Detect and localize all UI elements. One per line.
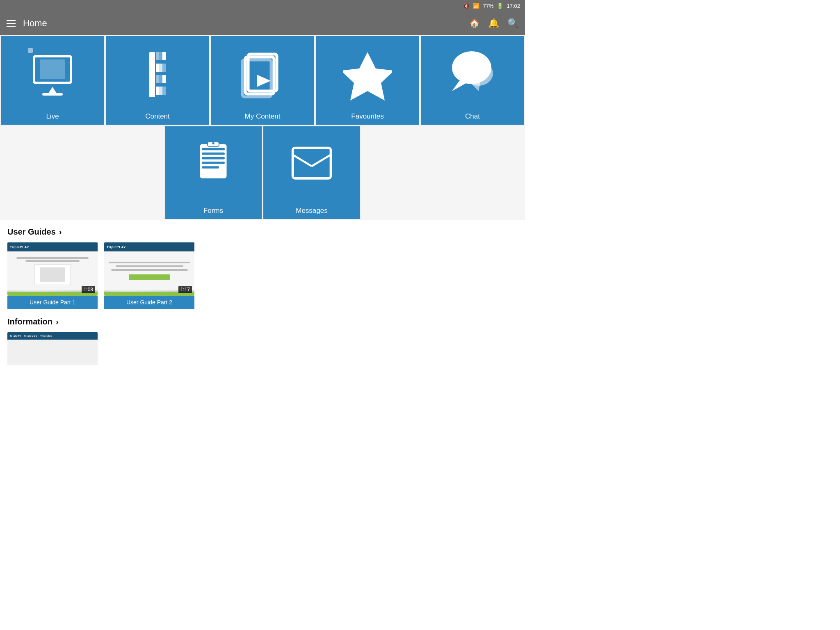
svg-line-37	[312, 155, 331, 166]
svg-rect-11	[159, 64, 162, 72]
svg-rect-13	[159, 87, 162, 95]
svg-rect-3	[42, 93, 63, 96]
thumb-title-ug2: User Guide Part 2	[104, 296, 194, 309]
svg-marker-2	[48, 87, 57, 93]
mute-icon: 🔇	[463, 3, 470, 9]
tile-forms-label: Forms	[203, 207, 223, 215]
tiles-row-2: Forms Messages	[0, 126, 525, 220]
information-heading[interactable]: Information ›	[7, 317, 518, 326]
thumb-card-info1[interactable]: TripleTV TripleVOD TripleSip	[7, 332, 98, 365]
user-guides-title: User Guides	[7, 227, 56, 237]
svg-rect-6	[156, 52, 159, 60]
tile-live-label: Live	[46, 112, 59, 121]
tripleplay-logo-2: TriplePLAY	[107, 245, 126, 249]
thumb-img-ug2: TriplePLAY 1:17	[104, 242, 194, 296]
info-thumb-img: TripleTV TripleVOD TripleSip	[7, 332, 98, 365]
tile-chat-label: Chat	[465, 112, 480, 121]
content-icon	[106, 36, 209, 113]
thumb-card-ug1[interactable]: TriplePLAY 1:08 User Guide Part 1	[7, 242, 98, 309]
svg-rect-29	[202, 153, 225, 155]
chat-icon	[421, 36, 524, 113]
svg-rect-32	[202, 166, 219, 169]
live-icon	[1, 36, 104, 113]
svg-rect-12	[159, 75, 162, 83]
thumb-title-ug1: User Guide Part 1	[7, 296, 98, 309]
tile-my-content-label: My Content	[245, 112, 281, 121]
messages-icon	[263, 126, 360, 208]
svg-rect-28	[202, 148, 225, 151]
nav-icons: 🏠 🔔 🔍	[469, 18, 518, 29]
svg-rect-5	[149, 52, 155, 97]
svg-rect-4	[28, 48, 33, 53]
svg-point-34	[212, 142, 215, 145]
page-title: Home	[23, 18, 469, 29]
top-nav: Home 🏠 🔔 🔍	[0, 11, 525, 35]
battery-icon: 🔋	[497, 3, 503, 9]
tripleplay-logo-1: TriplePLAY	[10, 245, 29, 249]
tile-my-content[interactable]: My Content	[210, 35, 315, 126]
tile-content[interactable]: Content	[105, 35, 210, 126]
svg-rect-31	[202, 162, 225, 164]
svg-marker-21	[257, 75, 271, 87]
svg-rect-7	[156, 64, 159, 72]
battery-level: 77%	[483, 3, 493, 9]
svg-rect-17	[162, 87, 166, 95]
user-guides-list: TriplePLAY 1:08 User Guide Part 1	[7, 242, 518, 309]
svg-marker-24	[452, 81, 470, 91]
tile-favourites[interactable]: Favourites	[315, 35, 420, 126]
wifi-icon: 📶	[473, 3, 479, 9]
information-title: Information	[7, 317, 52, 326]
information-chevron: ›	[56, 317, 59, 326]
svg-rect-9	[156, 87, 159, 95]
thumb-img-ug1: TriplePLAY 1:08	[7, 242, 98, 296]
user-guides-section: User Guides › TriplePLAY	[0, 220, 525, 365]
svg-rect-8	[156, 75, 159, 83]
home-icon[interactable]: 🏠	[469, 18, 480, 29]
status-bar: 🔇 📶 77% 🔋 17:02	[0, 0, 525, 11]
search-icon[interactable]: 🔍	[507, 18, 518, 29]
info-tripleplay-logo: TripleTV TripleVOD TripleSip	[10, 335, 52, 337]
tile-live[interactable]: Live	[0, 35, 105, 126]
information-list: TripleTV TripleVOD TripleSip	[7, 332, 518, 365]
tile-messages-label: Messages	[296, 207, 327, 215]
svg-rect-30	[202, 157, 225, 160]
favourites-icon	[316, 36, 419, 113]
tile-chat[interactable]: Chat	[420, 35, 525, 126]
tile-content-label: Content	[145, 112, 170, 121]
bell-icon[interactable]: 🔔	[488, 18, 499, 29]
svg-rect-14	[162, 52, 166, 60]
forms-icon	[165, 126, 262, 208]
my-content-icon	[211, 36, 314, 113]
tiles-row-1: Live	[0, 35, 525, 126]
hamburger-menu[interactable]	[7, 20, 16, 27]
svg-rect-16	[162, 75, 166, 83]
user-guides-heading[interactable]: User Guides ›	[7, 227, 518, 237]
svg-rect-10	[159, 52, 162, 60]
tile-forms[interactable]: Forms	[164, 126, 262, 220]
tile-messages[interactable]: Messages	[262, 126, 361, 220]
thumb-card-ug2[interactable]: TriplePLAY 1:17 User Guide Part 2	[104, 242, 194, 309]
svg-rect-15	[162, 64, 166, 72]
duration-ug1: 1:08	[82, 286, 95, 293]
tile-favourites-label: Favourites	[351, 112, 383, 121]
svg-rect-35	[293, 148, 331, 178]
user-guides-chevron: ›	[59, 227, 62, 237]
svg-marker-22	[343, 52, 392, 100]
duration-ug2: 1:17	[178, 286, 192, 293]
svg-rect-1	[40, 59, 65, 79]
svg-line-36	[293, 155, 312, 166]
tiles-section: Live	[0, 35, 525, 220]
time-display: 17:02	[507, 3, 520, 9]
